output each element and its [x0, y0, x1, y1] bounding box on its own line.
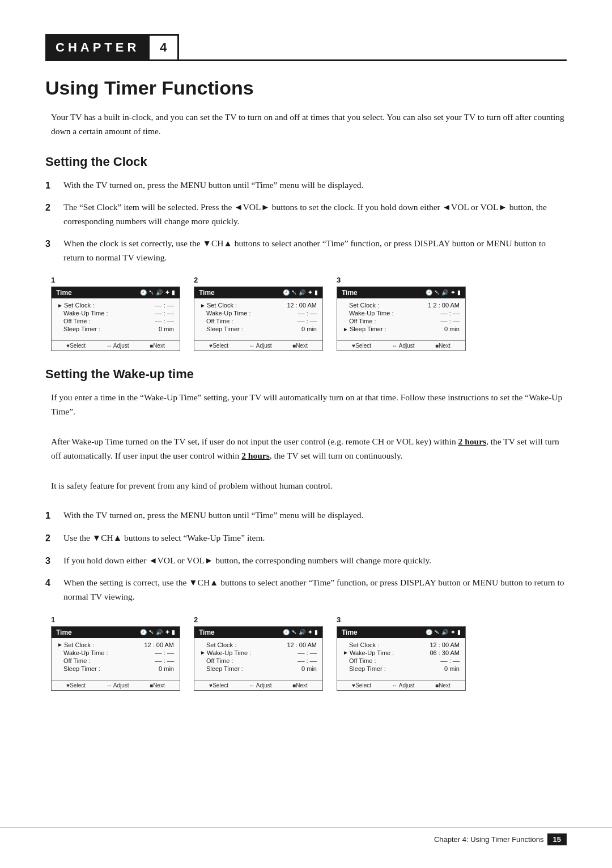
tv-row-value: 12 : 00 AM	[144, 642, 174, 648]
tv-row-value: –– : ––	[155, 649, 174, 656]
tv-row: Wake-Up Time :–– : ––	[343, 310, 460, 317]
footer-select: ♥Select	[209, 682, 228, 689]
tv-row-label: Off Time :	[343, 657, 376, 664]
tv-row-value: –– : ––	[155, 318, 174, 324]
sound-icon: 🔊	[156, 289, 163, 296]
tv-row: Off Time :–– : ––	[57, 318, 174, 324]
row-label-text: Sleep Timer :	[206, 665, 243, 672]
row-label-text: Set Clock :	[64, 642, 94, 648]
tv-row-value: –– : ––	[155, 302, 174, 309]
footer-select: ♥Select	[352, 343, 371, 349]
wakeup-intro1: If you enter a time in the “Wake-Up Time…	[51, 391, 567, 419]
step-number: 2	[45, 200, 63, 215]
step-content: When the setting is correct, use the ▼CH…	[63, 576, 567, 604]
chapter-header: CHAPTER 4	[45, 34, 567, 61]
clock-icon: 🕘	[426, 289, 432, 296]
tv-row-label: Sleep Timer :	[57, 665, 100, 672]
tv-row: Wake-Up Time :–– : ––	[57, 310, 174, 317]
tv-footer: ♥Select ↔ Adjust ■Next	[337, 340, 465, 350]
sound-icon: 🔊	[156, 629, 163, 636]
clock-step-1: 1 With the TV turned on, press the MENU …	[45, 178, 567, 193]
tv-header-icons: 🕘 ␀ 🔊 ✦ ▮	[426, 629, 461, 636]
tv-row-value: 12 : 00 AM	[430, 642, 460, 648]
tv-row-value: 0 min	[301, 326, 317, 332]
tv-body: Set Clock :12 : 00 AM►Wake-Up Time :06 :…	[337, 638, 465, 675]
vol-icon: ✦	[165, 629, 169, 636]
chapter-line	[179, 59, 567, 61]
tv-icon: ␀	[149, 629, 154, 636]
screen-number: 3	[337, 615, 341, 624]
step-number: 4	[45, 576, 63, 591]
footer-next: ■Next	[435, 343, 450, 349]
screen-container: 1Time 🕘 ␀ 🔊 ✦ ▮ ►Set Clock :–– : ––Wake-…	[51, 276, 180, 351]
chapter-text: CHAPTER	[56, 40, 139, 55]
footer-adjust: ↔ Adjust	[392, 682, 415, 689]
footer-select: ♥Select	[209, 343, 228, 349]
tv-row-value: –– : ––	[298, 657, 317, 664]
row-label-text: Wake-Up Time :	[63, 649, 108, 656]
tv-row-label: ►Set Clock :	[200, 302, 237, 309]
vol-icon: ✦	[165, 289, 169, 296]
tv-title: Time	[342, 628, 358, 636]
selected-arrow: ►	[57, 642, 63, 648]
tv-row-value: –– : ––	[298, 649, 317, 656]
step-number: 1	[45, 178, 63, 193]
chapter-number-text: 4	[160, 40, 167, 55]
wakeup-intro3: It is safety feature for prevent from an…	[51, 479, 567, 493]
tv-body: ►Set Clock :–– : ––Wake-Up Time :–– : ––…	[52, 298, 180, 336]
tv-row: Off Time :–– : ––	[200, 657, 317, 664]
row-label-text: Sleep Timer :	[350, 326, 386, 332]
mute-icon: ▮	[457, 629, 461, 636]
tv-screen: Time 🕘 ␀ 🔊 ✦ ▮ ►Set Clock :12 : 00 AMWak…	[194, 287, 323, 351]
mute-icon: ▮	[172, 629, 175, 636]
tv-icon: ␀	[435, 629, 439, 636]
tv-row-label: ►Sleep Timer :	[343, 326, 386, 332]
tv-title: Time	[56, 289, 72, 297]
clock-icon: 🕘	[283, 289, 290, 296]
clock-steps-list: 1 With the TV turned on, press the MENU …	[45, 178, 567, 265]
mute-icon: ▮	[172, 289, 175, 296]
tv-header: Time 🕘 ␀ 🔊 ✦ ▮	[337, 627, 465, 638]
screen-number: 2	[194, 615, 198, 624]
screen-container: 1Time 🕘 ␀ 🔊 ✦ ▮ ►Set Clock :12 : 00 AMWa…	[51, 615, 180, 691]
clock-icon: 🕘	[283, 629, 290, 636]
footer-select: ♥Select	[66, 682, 86, 689]
wakeup-steps-list: 1 With the TV turned on, press the MENU …	[45, 508, 567, 604]
clock-icon: 🕘	[140, 289, 147, 296]
tv-row: ►Set Clock :–– : ––	[57, 302, 174, 309]
chapter-label: CHAPTER	[45, 34, 150, 61]
tv-header-icons: 🕘 ␀ 🔊 ✦ ▮	[140, 629, 175, 636]
page: CHAPTER 4 Using Timer Functions Your TV …	[0, 0, 612, 868]
tv-header-icons: 🕘 ␀ 🔊 ✦ ▮	[140, 289, 175, 296]
screen-number: 3	[337, 276, 341, 284]
vol-icon: ✦	[308, 629, 312, 636]
tv-header-icons: 🕘 ␀ 🔊 ✦ ▮	[283, 629, 318, 636]
intro-text: Your TV has a built in-clock, and you ca…	[51, 110, 567, 139]
mute-icon: ▮	[457, 289, 461, 296]
tv-screen: Time 🕘 ␀ 🔊 ✦ ▮ ►Set Clock :–– : ––Wake-U…	[51, 287, 180, 351]
tv-row-label: ►Wake-Up Time :	[343, 649, 394, 656]
row-label-text: Wake-Up Time :	[349, 310, 393, 317]
tv-row-value: 0 min	[159, 665, 174, 672]
footer-next: ■Next	[435, 682, 450, 689]
footer-adjust: ↔ Adjust	[249, 682, 272, 689]
tv-row-value: –– : ––	[440, 318, 460, 324]
section-heading-wakeup: Setting the Wake-up time	[45, 367, 567, 382]
tv-screen: Time 🕘 ␀ 🔊 ✦ ▮ Set Clock :12 : 00 AM►Wak…	[194, 626, 323, 691]
vol-icon: ✦	[308, 289, 312, 296]
tv-row-label: ►Set Clock :	[57, 642, 94, 648]
mute-icon: ▮	[314, 629, 318, 636]
selected-arrow: ►	[200, 649, 206, 656]
selected-arrow: ►	[343, 649, 348, 656]
step-content: With the TV turned on, press the MENU bu…	[63, 178, 567, 193]
tv-row-label: Off Time :	[343, 318, 376, 324]
footer-page: 15	[547, 833, 567, 845]
vol-icon: ✦	[450, 289, 455, 296]
footer-text: Chapter 4: Using Timer Functions	[434, 835, 544, 844]
footer-adjust: ↔ Adjust	[392, 343, 415, 349]
row-label-text: Sleep Timer :	[63, 326, 100, 332]
tv-row-label: Sleep Timer :	[57, 326, 100, 332]
tv-header: Time 🕘 ␀ 🔊 ✦ ▮	[52, 627, 180, 638]
tv-row: Set Clock :1 2 : 00 AM	[343, 302, 460, 309]
step-content: If you hold down either ◄VOL or VOL► but…	[63, 554, 567, 568]
